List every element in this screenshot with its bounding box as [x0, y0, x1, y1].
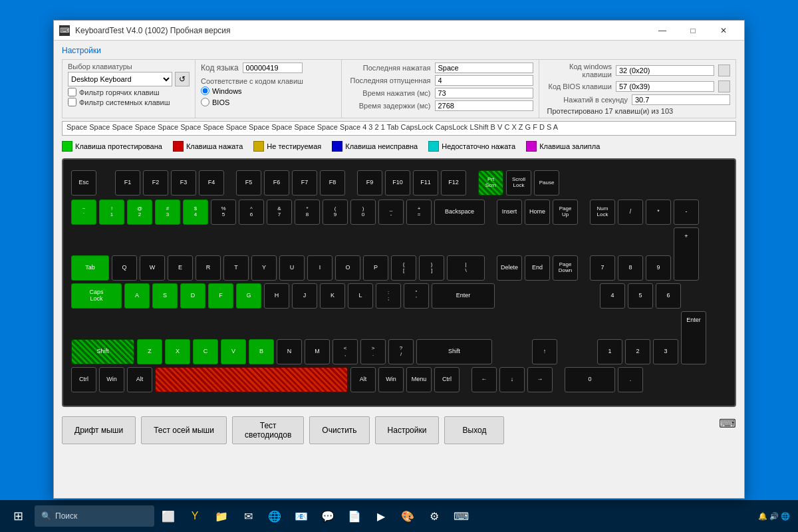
refresh-button[interactable]: ↺: [175, 72, 190, 86]
key-3[interactable]: #3: [155, 200, 180, 225]
key-num3[interactable]: 3: [653, 339, 678, 364]
led-test-button[interactable]: Тест светодиодов: [232, 416, 304, 444]
key-caps-lock[interactable]: CapsLock: [71, 283, 122, 309]
mouse-axes-button[interactable]: Тест осей мыши: [141, 416, 227, 444]
key-num4[interactable]: 4: [600, 283, 625, 309]
mouse-drift-button[interactable]: Дрифт мыши: [62, 416, 136, 444]
taskbar-search-box[interactable]: 🔍 Поиск: [35, 505, 154, 527]
key-f8[interactable]: F8: [320, 170, 345, 196]
key-down[interactable]: ↓: [499, 367, 525, 392]
taskbar-extra[interactable]: ⚙: [422, 503, 447, 529]
key-end[interactable]: End: [525, 255, 550, 281]
key-y[interactable]: Y: [251, 255, 277, 281]
bios-radio[interactable]: [201, 98, 209, 106]
key-numpad-enter[interactable]: Enter: [681, 311, 706, 364]
start-button[interactable]: ⊞: [3, 501, 33, 531]
taskbar-mail[interactable]: ✉: [235, 503, 261, 529]
key-e[interactable]: E: [168, 255, 193, 281]
key-backspace[interactable]: Backspace: [434, 200, 485, 225]
key-s[interactable]: S: [152, 283, 178, 309]
close-button[interactable]: ✕: [708, 21, 739, 41]
key-num-lock[interactable]: NumLock: [590, 200, 615, 225]
key-space[interactable]: [155, 367, 348, 392]
key-lbracket[interactable]: {[: [391, 255, 416, 281]
key-t[interactable]: T: [223, 255, 249, 281]
key-esc[interactable]: Esc: [71, 170, 96, 196]
key-f4[interactable]: F4: [199, 170, 224, 196]
key-9[interactable]: (9: [323, 200, 348, 225]
key-f2[interactable]: F2: [143, 170, 168, 196]
key-num5[interactable]: 5: [628, 283, 653, 309]
key-page-up[interactable]: PageUp: [553, 200, 578, 225]
lang-code-input[interactable]: [243, 63, 303, 73]
key-q[interactable]: Q: [112, 255, 137, 281]
key-num6[interactable]: 6: [656, 283, 681, 309]
exit-button[interactable]: Выход: [444, 416, 504, 444]
key-lwin[interactable]: Win: [99, 367, 124, 392]
key-f10[interactable]: F10: [385, 170, 410, 196]
key-0[interactable]: )0: [350, 200, 376, 225]
taskbar-folder[interactable]: 📁: [209, 503, 234, 529]
taskbar-terminal[interactable]: ▶: [368, 503, 394, 529]
key-num1[interactable]: 1: [597, 339, 622, 364]
key-lalt[interactable]: Alt: [127, 367, 152, 392]
key-f12[interactable]: F12: [441, 170, 466, 196]
key-tab[interactable]: Tab: [71, 255, 109, 281]
key-j[interactable]: J: [292, 283, 317, 309]
taskbar-browser[interactable]: 🌐: [262, 503, 287, 529]
key-n[interactable]: N: [277, 339, 302, 364]
key-num8[interactable]: 8: [618, 255, 643, 281]
key-g[interactable]: G: [236, 283, 261, 309]
key-lctrl[interactable]: Ctrl: [71, 367, 96, 392]
key-lshift[interactable]: Shift: [71, 339, 134, 364]
key-backslash[interactable]: |\: [447, 255, 485, 281]
key-rshift[interactable]: Shift: [416, 339, 492, 364]
key-k[interactable]: K: [320, 283, 345, 309]
key-rctrl[interactable]: Ctrl: [434, 367, 460, 392]
key-numpad-plus[interactable]: +: [674, 227, 699, 281]
key-slash[interactable]: ?/: [388, 339, 414, 364]
minimize-button[interactable]: —: [647, 21, 678, 41]
system-filter-checkbox[interactable]: [68, 98, 76, 106]
key-2[interactable]: @2: [127, 200, 152, 225]
key-v[interactable]: V: [221, 339, 246, 364]
windows-radio[interactable]: [201, 86, 209, 95]
key-h[interactable]: H: [264, 283, 289, 309]
key-5[interactable]: %5: [211, 200, 236, 225]
key-u[interactable]: U: [279, 255, 305, 281]
key-enter[interactable]: Enter: [432, 283, 495, 309]
key-f[interactable]: F: [208, 283, 233, 309]
key-7[interactable]: &7: [267, 200, 292, 225]
keyboard-select[interactable]: Desktop Keyboard: [68, 72, 172, 86]
key-numpad-slash[interactable]: /: [618, 200, 643, 225]
key-x[interactable]: X: [165, 339, 190, 364]
key-insert[interactable]: Insert: [497, 200, 522, 225]
key-numpad-star[interactable]: *: [646, 200, 671, 225]
key-home[interactable]: Home: [525, 200, 550, 225]
key-l[interactable]: L: [348, 283, 373, 309]
key-8[interactable]: *8: [295, 200, 320, 225]
key-f7[interactable]: F7: [292, 170, 317, 196]
key-z[interactable]: Z: [137, 339, 162, 364]
key-f3[interactable]: F3: [171, 170, 196, 196]
key-equals[interactable]: +=: [406, 200, 432, 225]
settings-button[interactable]: Настройки: [375, 416, 440, 444]
key-w[interactable]: W: [140, 255, 165, 281]
taskbar-docs[interactable]: 📄: [342, 503, 367, 529]
key-comma[interactable]: <,: [332, 339, 358, 364]
key-4[interactable]: $4: [183, 200, 208, 225]
key-backtick[interactable]: ~`: [71, 200, 96, 225]
key-m[interactable]: M: [305, 339, 330, 364]
key-a[interactable]: A: [124, 283, 150, 309]
taskbar-yandex[interactable]: Y: [182, 503, 207, 529]
key-semicolon[interactable]: :;: [376, 283, 401, 309]
key-num9[interactable]: 9: [646, 255, 671, 281]
key-numpad-minus[interactable]: -: [674, 200, 699, 225]
key-num7[interactable]: 7: [590, 255, 615, 281]
key-f6[interactable]: F6: [264, 170, 289, 196]
key-menu[interactable]: Menu: [406, 367, 432, 392]
key-num-dot[interactable]: .: [618, 367, 643, 392]
key-f5[interactable]: F5: [236, 170, 261, 196]
taskbar-keyboard[interactable]: ⌨: [448, 503, 473, 529]
key-left[interactable]: ←: [471, 367, 497, 392]
